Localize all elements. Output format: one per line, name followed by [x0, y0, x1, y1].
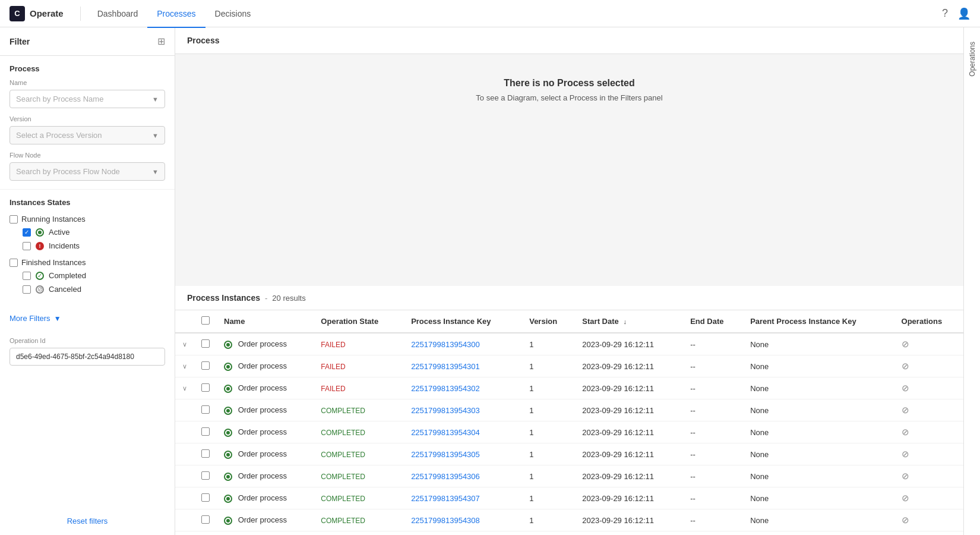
nav-item-processes[interactable]: Processes: [147, 1, 205, 28]
running-instances-checkbox[interactable]: −: [10, 215, 18, 224]
row-operation-state: FAILED: [314, 377, 404, 399]
row-expand[interactable]: ∨: [175, 377, 194, 399]
row-operations[interactable]: ⊘: [894, 421, 963, 443]
process-name-placeholder: Search by Process Name: [16, 95, 103, 103]
row-expand[interactable]: ∨: [175, 333, 194, 355]
row-select[interactable]: [194, 377, 217, 399]
row-select[interactable]: [194, 421, 217, 443]
more-filters-link[interactable]: More Filters ▼: [0, 308, 175, 329]
process-instance-key-link[interactable]: 2251799813954305: [411, 450, 480, 459]
incidents-checkbox[interactable]: [23, 242, 31, 250]
row-select[interactable]: [194, 487, 217, 509]
process-instance-key-link[interactable]: 2251799813954301: [411, 362, 480, 371]
row-operations[interactable]: ⊘: [894, 465, 963, 487]
row-operations[interactable]: ⊘: [894, 333, 963, 355]
nav-item-dashboard[interactable]: Dashboard: [88, 1, 148, 28]
process-name-dropdown[interactable]: Search by Process Name ▼: [10, 90, 165, 108]
row-checkbox-6[interactable]: [201, 471, 210, 480]
app-logo[interactable]: C Operate: [10, 6, 64, 21]
completed-checkbox[interactable]: [23, 272, 31, 280]
operation-cancel-icon[interactable]: ⊘: [902, 471, 909, 481]
operation-cancel-icon[interactable]: ⊘: [902, 339, 909, 349]
finished-instances-header[interactable]: Finished Instances: [10, 256, 165, 269]
row-operations[interactable]: ⊘: [894, 399, 963, 421]
row-checkbox-8[interactable]: [201, 515, 210, 524]
completed-item[interactable]: ✓ Completed: [10, 269, 165, 282]
process-instance-key-link[interactable]: 2251799813954303: [411, 406, 480, 415]
operation-cancel-icon[interactable]: ⊘: [902, 449, 909, 459]
row-checkbox-0[interactable]: [201, 339, 210, 348]
row-process-instance-key[interactable]: 2251799813954304: [404, 421, 522, 443]
row-process-instance-key[interactable]: 2251799813954301: [404, 355, 522, 377]
row-expand[interactable]: ∨: [175, 355, 194, 377]
row-select[interactable]: [194, 355, 217, 377]
row-process-instance-key[interactable]: 2251799813954306: [404, 465, 522, 487]
col-select[interactable]: [194, 310, 217, 333]
operation-id-input[interactable]: [10, 348, 165, 366]
canceled-item[interactable]: ⊘ Canceled: [10, 282, 165, 296]
incidents-item[interactable]: ! Incidents: [10, 239, 165, 253]
flow-node-dropdown[interactable]: Search by Process Flow Node ▼: [10, 162, 165, 181]
row-select[interactable]: [194, 509, 217, 531]
row-checkbox-1[interactable]: [201, 361, 210, 370]
row-operations[interactable]: ⊘: [894, 377, 963, 399]
row-select[interactable]: [194, 333, 217, 355]
operation-cancel-icon[interactable]: ⊘: [902, 383, 909, 393]
user-icon[interactable]: 👤: [957, 7, 970, 20]
running-instances-header[interactable]: − Running Instances: [10, 213, 165, 225]
nav-item-decisions[interactable]: Decisions: [206, 1, 261, 28]
version-dropdown[interactable]: Select a Process Version ▼: [10, 126, 165, 144]
row-operations[interactable]: ⊘: [894, 531, 963, 536]
col-end-date: End Date: [683, 310, 743, 333]
process-instance-key-link[interactable]: 2251799813954302: [411, 384, 480, 393]
row-checkbox-4[interactable]: [201, 427, 210, 436]
row-checkbox-3[interactable]: [201, 405, 210, 414]
row-process-instance-key[interactable]: 2251799813954300: [404, 333, 522, 355]
row-select[interactable]: [194, 399, 217, 421]
operation-state-badge: FAILED: [321, 341, 345, 349]
row-checkbox-2[interactable]: [201, 383, 210, 392]
row-version: 1: [522, 333, 575, 355]
select-all-checkbox[interactable]: [201, 316, 210, 325]
row-select[interactable]: [194, 465, 217, 487]
row-operations[interactable]: ⊘: [894, 443, 963, 465]
row-process-instance-key[interactable]: 2251799813954308: [404, 509, 522, 531]
operations-label[interactable]: Operations: [968, 42, 976, 77]
row-end-date: --: [683, 487, 743, 509]
row-process-instance-key[interactable]: 2251799813954309: [404, 531, 522, 536]
finished-instances-checkbox[interactable]: [10, 259, 18, 267]
operation-cancel-icon[interactable]: ⊘: [902, 361, 909, 371]
operation-cancel-icon[interactable]: ⊘: [902, 427, 909, 437]
row-operations[interactable]: ⊘: [894, 487, 963, 509]
operation-cancel-icon[interactable]: ⊘: [902, 405, 909, 415]
row-select[interactable]: [194, 531, 217, 536]
reset-filters-link[interactable]: Reset filters: [0, 511, 175, 535]
operation-cancel-icon[interactable]: ⊘: [902, 493, 909, 503]
row-operations[interactable]: ⊘: [894, 355, 963, 377]
active-item[interactable]: ✓ Active: [10, 225, 165, 239]
process-instance-key-link[interactable]: 2251799813954308: [411, 516, 480, 525]
row-status-icon: [224, 385, 232, 393]
canceled-checkbox[interactable]: [23, 285, 31, 294]
operation-cancel-icon[interactable]: ⊘: [902, 515, 909, 525]
process-instance-key-link[interactable]: 2251799813954306: [411, 472, 480, 481]
row-name: Order process: [217, 377, 314, 399]
row-status-icon: [224, 473, 232, 481]
help-icon[interactable]: ?: [942, 7, 948, 20]
filter-toggle-icon[interactable]: ⊞: [157, 36, 165, 47]
row-operations[interactable]: ⊘: [894, 509, 963, 531]
row-name: Order process: [217, 509, 314, 531]
row-process-instance-key[interactable]: 2251799813954302: [404, 377, 522, 399]
row-process-instance-key[interactable]: 2251799813954307: [404, 487, 522, 509]
row-checkbox-5[interactable]: [201, 449, 210, 458]
row-select[interactable]: [194, 443, 217, 465]
process-instance-key-link[interactable]: 2251799813954300: [411, 340, 480, 349]
active-checkbox[interactable]: ✓: [23, 228, 31, 237]
row-version: 1: [522, 377, 575, 399]
col-start-date[interactable]: Start Date ↓: [575, 310, 683, 333]
row-process-instance-key[interactable]: 2251799813954305: [404, 443, 522, 465]
process-instance-key-link[interactable]: 2251799813954304: [411, 428, 480, 437]
row-checkbox-7[interactable]: [201, 493, 210, 502]
row-process-instance-key[interactable]: 2251799813954303: [404, 399, 522, 421]
process-instance-key-link[interactable]: 2251799813954307: [411, 494, 480, 503]
